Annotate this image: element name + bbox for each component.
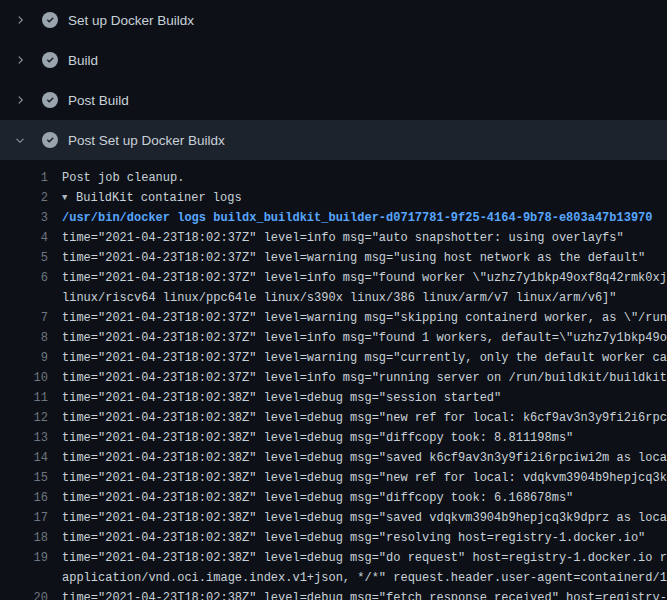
- step-label: Build: [68, 53, 98, 68]
- log-line-number[interactable]: 16: [0, 488, 48, 508]
- log-line-number[interactable]: 6: [0, 268, 48, 288]
- log-line: 1Post job cleanup.: [0, 168, 667, 188]
- log-line: 3/usr/bin/docker logs buildx_buildkit_bu…: [0, 208, 667, 228]
- log-line-text: time="2021-04-23T18:02:37Z" level=info m…: [62, 268, 667, 288]
- step-label: Post Build: [68, 93, 129, 108]
- triangle-down-icon[interactable]: ▼: [62, 188, 76, 208]
- log-line: 13time="2021-04-23T18:02:38Z" level=debu…: [0, 428, 667, 448]
- log-line-number[interactable]: 2: [0, 188, 48, 208]
- step-label: Set up Docker Buildx: [68, 13, 194, 28]
- log-line-number[interactable]: 3: [0, 208, 48, 228]
- step-row-build[interactable]: Build: [0, 40, 667, 80]
- log-line-text: time="2021-04-23T18:02:38Z" level=debug …: [62, 588, 667, 600]
- step-label: Post Set up Docker Buildx: [68, 133, 225, 148]
- chevron-right-icon: [12, 12, 28, 28]
- log-line: 12time="2021-04-23T18:02:38Z" level=debu…: [0, 408, 667, 428]
- workflow-log-viewer: Set up Docker Buildx Build Post Build: [0, 0, 667, 600]
- log-line-text: time="2021-04-23T18:02:37Z" level=info m…: [62, 228, 624, 248]
- chevron-right-icon: [12, 92, 28, 108]
- log-line-number[interactable]: 19: [0, 548, 48, 568]
- log-line: 9time="2021-04-23T18:02:37Z" level=warni…: [0, 348, 667, 368]
- log-line-number[interactable]: 9: [0, 348, 48, 368]
- log-line: 18time="2021-04-23T18:02:38Z" level=debu…: [0, 528, 667, 548]
- check-circle-icon: [42, 52, 58, 68]
- chevron-down-icon: [12, 132, 28, 148]
- log-line-number: [0, 288, 48, 308]
- log-line-number[interactable]: 1: [0, 168, 48, 188]
- log-line-number[interactable]: 17: [0, 508, 48, 528]
- log-line-text: time="2021-04-23T18:02:38Z" level=debug …: [62, 388, 501, 408]
- log-command-text: /usr/bin/docker logs buildx_buildkit_bui…: [62, 208, 653, 228]
- log-line: 8time="2021-04-23T18:02:37Z" level=info …: [0, 328, 667, 348]
- log-line-text: time="2021-04-23T18:02:37Z" level=warnin…: [62, 248, 645, 268]
- log-line: 16time="2021-04-23T18:02:38Z" level=debu…: [0, 488, 667, 508]
- log-line-text: time="2021-04-23T18:02:37Z" level=warnin…: [62, 308, 667, 328]
- log-line-number[interactable]: 18: [0, 528, 48, 548]
- log-line-text: time="2021-04-23T18:02:38Z" level=debug …: [62, 528, 645, 548]
- log-line: 19time="2021-04-23T18:02:38Z" level=debu…: [0, 548, 667, 568]
- log-group-line[interactable]: 2▼BuildKit container logs: [0, 188, 667, 208]
- log-line-text: time="2021-04-23T18:02:38Z" level=debug …: [62, 468, 667, 488]
- log-line: 10time="2021-04-23T18:02:37Z" level=info…: [0, 368, 667, 388]
- log-line-text: time="2021-04-23T18:02:38Z" level=debug …: [62, 508, 667, 528]
- log-line-text: time="2021-04-23T18:02:37Z" level=info m…: [62, 368, 667, 388]
- check-circle-icon: [42, 12, 58, 28]
- chevron-right-icon: [12, 52, 28, 68]
- check-circle-icon: [42, 132, 58, 148]
- log-line: 14time="2021-04-23T18:02:38Z" level=debu…: [0, 448, 667, 468]
- log-line: application/vnd.oci.image.index.v1+json,…: [0, 568, 667, 588]
- log-line-number[interactable]: 10: [0, 368, 48, 388]
- log-line-number[interactable]: 5: [0, 248, 48, 268]
- check-circle-icon: [42, 92, 58, 108]
- log-line-number[interactable]: 13: [0, 428, 48, 448]
- log-line-number[interactable]: 14: [0, 448, 48, 468]
- log-line: linux/riscv64 linux/ppc64le linux/s390x …: [0, 288, 667, 308]
- log-line-number[interactable]: 15: [0, 468, 48, 488]
- log-line: 6time="2021-04-23T18:02:37Z" level=info …: [0, 268, 667, 288]
- log-line-number[interactable]: 7: [0, 308, 48, 328]
- log-line-text: time="2021-04-23T18:02:38Z" level=debug …: [62, 488, 573, 508]
- log-line-number[interactable]: 12: [0, 408, 48, 428]
- step-row-post-build[interactable]: Post Build: [0, 80, 667, 120]
- log-line-text: Post job cleanup.: [62, 168, 184, 188]
- log-line-text: time="2021-04-23T18:02:38Z" level=debug …: [62, 548, 667, 568]
- log-line-number: [0, 568, 48, 588]
- log-line-number[interactable]: 4: [0, 228, 48, 248]
- log-line-text: time="2021-04-23T18:02:37Z" level=info m…: [62, 328, 667, 348]
- step-row-post-setup-docker-buildx[interactable]: Post Set up Docker Buildx: [0, 120, 667, 160]
- log-line: 4time="2021-04-23T18:02:37Z" level=info …: [0, 228, 667, 248]
- log-line-text: time="2021-04-23T18:02:37Z" level=warnin…: [62, 348, 667, 368]
- log-line-text: BuildKit container logs: [76, 188, 242, 208]
- log-line: 20time="2021-04-23T18:02:38Z" level=debu…: [0, 588, 667, 600]
- log-line-text: time="2021-04-23T18:02:38Z" level=debug …: [62, 448, 667, 468]
- log-line-number[interactable]: 8: [0, 328, 48, 348]
- log-line: 5time="2021-04-23T18:02:37Z" level=warni…: [0, 248, 667, 268]
- log-line-number[interactable]: 20: [0, 588, 48, 600]
- log-line: 11time="2021-04-23T18:02:38Z" level=debu…: [0, 388, 667, 408]
- log-panel: 1Post job cleanup.2▼BuildKit container l…: [0, 160, 667, 600]
- log-line-text: time="2021-04-23T18:02:38Z" level=debug …: [62, 428, 573, 448]
- steps-list: Set up Docker Buildx Build Post Build: [0, 0, 667, 160]
- log-line-text: linux/riscv64 linux/ppc64le linux/s390x …: [62, 288, 617, 308]
- log-line: 17time="2021-04-23T18:02:38Z" level=debu…: [0, 508, 667, 528]
- log-line: 15time="2021-04-23T18:02:38Z" level=debu…: [0, 468, 667, 488]
- log-line-number[interactable]: 11: [0, 388, 48, 408]
- log-line: 7time="2021-04-23T18:02:37Z" level=warni…: [0, 308, 667, 328]
- log-line-text: time="2021-04-23T18:02:38Z" level=debug …: [62, 408, 667, 428]
- step-row-setup-docker-buildx[interactable]: Set up Docker Buildx: [0, 0, 667, 40]
- log-line-text: application/vnd.oci.image.index.v1+json,…: [62, 568, 667, 588]
